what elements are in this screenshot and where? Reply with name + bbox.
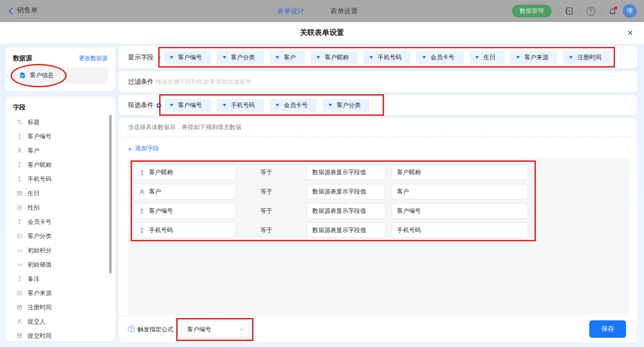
rule-value-dropdown[interactable]: 客户编号 (391, 203, 528, 219)
dropdown-triangle-icon (328, 104, 332, 107)
avatar[interactable]: 理 (623, 4, 637, 18)
field-chip[interactable]: 客户编号 (164, 51, 211, 64)
filter-placeholder: 拖动左侧字段到此处来添加过滤条件 (155, 78, 251, 86)
field-item[interactable]: 性别 (6, 200, 115, 215)
datasource-item[interactable]: 客户信息 (13, 67, 108, 84)
user-icon (16, 319, 23, 324)
rule-source-dropdown[interactable]: 数据源表显示字段值 (306, 222, 385, 238)
tab-form-design[interactable]: 表单设计 (277, 7, 305, 16)
field-item[interactable]: 客户昵称 (6, 158, 115, 172)
field-chip[interactable]: 手机号码 (217, 99, 264, 112)
rule-source-dropdown[interactable]: 数据源表显示字段值 (306, 184, 385, 199)
field-item[interactable]: 生日 (6, 186, 115, 200)
rule-source-dropdown[interactable]: 数据源表显示字段值 (306, 165, 385, 180)
text-icon (16, 219, 23, 225)
field-item-label: 客户编号 (28, 132, 52, 141)
field-item[interactable]: 123 初始储值 (6, 257, 115, 272)
field-list: 标题 客户编号 客户 客户昵称 (6, 115, 115, 343)
gear-icon[interactable] (155, 102, 162, 109)
field-chip[interactable]: 会员卡号 (270, 99, 317, 112)
filter-dropzone[interactable]: 拖动左侧字段到此处来添加过滤条件 (155, 71, 637, 92)
field-item[interactable]: 手机号码 (6, 172, 115, 186)
field-chip[interactable]: 生日 (469, 51, 505, 64)
rule-operator: 等于 (260, 207, 272, 215)
dropdown-triangle-icon (276, 56, 279, 59)
address-book-icon[interactable]: A (565, 7, 573, 15)
formula-help-icon[interactable]: ? (128, 325, 135, 332)
modal-titlebar: 关联表单设置 × (0, 22, 644, 44)
field-item[interactable]: 123 初始积分 (6, 243, 115, 257)
datasource-title: 数据源 (13, 54, 32, 63)
chevron-left-icon (7, 7, 13, 15)
svg-text:123: 123 (17, 263, 22, 267)
select-icon (16, 290, 23, 296)
field-item[interactable]: 注册时间 (6, 300, 115, 314)
number-icon: 123 (16, 262, 23, 267)
user-icon (139, 189, 145, 195)
chip-label: 客户编号 (178, 101, 202, 109)
field-chip[interactable]: 客户 (270, 51, 305, 64)
text-icon (16, 276, 23, 282)
field-chip[interactable]: 客户来源 (510, 51, 558, 64)
rule-row: 客户昵称 等于 数据源表显示字段值 客户昵称 (133, 165, 629, 180)
field-item[interactable]: 客户 (6, 143, 115, 158)
rule-source-dropdown[interactable]: 数据源表显示字段值 (306, 203, 385, 219)
question-mark: ? (586, 7, 595, 16)
rule-value-dropdown[interactable]: 客户昵称 (391, 165, 528, 180)
text-icon (139, 228, 145, 233)
field-item[interactable]: 客户编号 (6, 129, 115, 143)
change-datasource-link[interactable]: 更改数据源 (79, 55, 108, 63)
add-display-field-button[interactable]: + (156, 53, 163, 62)
field-chip[interactable]: 手机号码 (363, 51, 411, 64)
field-chip[interactable]: 客户分类 (322, 99, 370, 112)
chip-label: 注册时间 (577, 53, 601, 62)
filter-row: 过滤条件 拖动左侧字段到此处来添加过滤条件 (119, 71, 637, 92)
text-icon (16, 162, 23, 168)
text-icon (139, 170, 145, 176)
add-field-link[interactable]: + 添加字段 (128, 144, 159, 153)
data-manage-button[interactable]: 数据管理 (512, 5, 552, 17)
rule-value-dropdown[interactable]: 手机号码 (391, 222, 528, 238)
field-item[interactable]: 提交时间 (6, 329, 115, 343)
close-icon[interactable]: × (627, 28, 633, 38)
dropdown-triangle-icon (516, 56, 520, 59)
field-chip[interactable]: 会员卡号 (416, 51, 464, 64)
user-icon (16, 148, 23, 154)
save-button[interactable]: 保存 (589, 320, 626, 338)
field-item-label: 性别 (28, 204, 40, 212)
rules-area: 客户昵称 等于 数据源表显示字段值 客户昵称 (128, 159, 629, 314)
field-item[interactable]: 客户分类 (6, 229, 115, 243)
dropdown-triangle-icon (170, 104, 173, 107)
field-item[interactable]: 客户来源 (6, 286, 115, 300)
field-chip[interactable]: 注册时间 (563, 51, 610, 64)
bell-icon[interactable] (609, 7, 616, 15)
dashed-divider (119, 315, 637, 316)
field-item[interactable]: 提交人 (6, 314, 115, 329)
field-item-label: 提交人 (28, 318, 46, 326)
field-item[interactable]: 标题 (6, 115, 115, 129)
rule-value-text: 手机号码 (397, 226, 421, 234)
tab-form-settings[interactable]: 表单设置 (330, 7, 358, 16)
dropdown-triangle-icon (223, 104, 226, 107)
field-item[interactable]: 备注 (6, 272, 115, 286)
dropdown-triangle-icon (569, 56, 573, 59)
help-icon[interactable]: ? (586, 7, 595, 16)
field-item-label: 手机号码 (28, 175, 52, 183)
rule-source-value: 数据源表显示字段值 (312, 168, 366, 176)
fields-scrollbar[interactable] (109, 115, 112, 273)
dropdown-triangle-icon (223, 56, 226, 59)
field-chip[interactable]: 客户昵称 (310, 51, 358, 64)
rule-field-box: 客户编号 (133, 203, 236, 219)
rule-operator: 等于 (260, 188, 272, 196)
text-icon (16, 176, 23, 182)
rule-value-dropdown[interactable]: 客户 (391, 184, 528, 199)
formula-dropdown[interactable]: 客户编号 (181, 321, 249, 338)
rule-row: 手机号码 等于 数据源表显示字段值 手机号码 (133, 222, 629, 238)
back-button[interactable] (7, 7, 13, 15)
field-item[interactable]: 会员卡号 (6, 215, 115, 229)
form-name[interactable]: 销售单 (17, 6, 38, 17)
field-item-label: 客户 (28, 147, 40, 155)
rule-operator: 等于 (260, 226, 272, 234)
field-chip[interactable]: 客户编号 (164, 99, 211, 112)
field-chip[interactable]: 客户分类 (217, 51, 264, 64)
